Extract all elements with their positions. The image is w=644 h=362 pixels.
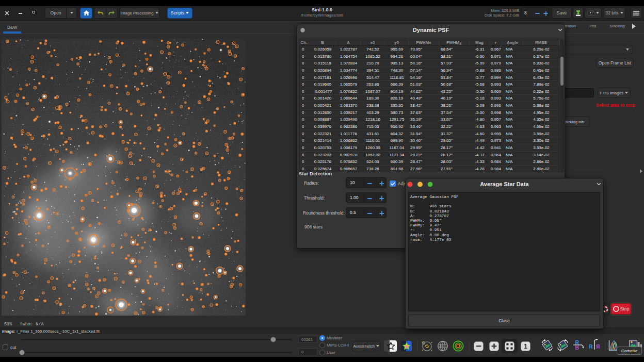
- svg-text:1: 1: [524, 343, 527, 350]
- svg-text:R: R: [575, 344, 579, 351]
- svg-text:R: R: [575, 339, 579, 345]
- svg-text:R: R: [596, 343, 600, 350]
- svg-text:R: R: [589, 343, 593, 350]
